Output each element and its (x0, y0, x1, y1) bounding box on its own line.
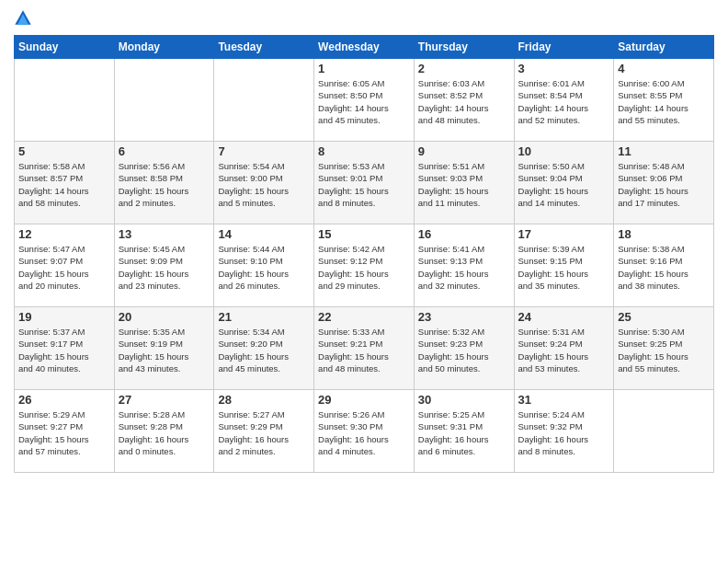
day-number: 31 (518, 393, 610, 407)
day-number: 22 (318, 310, 410, 324)
day-number: 18 (618, 227, 710, 241)
calendar-cell: 4Sunrise: 6:00 AM Sunset: 8:55 PM Daylig… (614, 59, 714, 142)
day-number: 14 (218, 227, 310, 241)
calendar-cell: 11Sunrise: 5:48 AM Sunset: 9:06 PM Dayli… (614, 142, 714, 224)
day-info: Sunrise: 5:45 AM Sunset: 9:09 PM Dayligh… (119, 243, 210, 292)
day-info: Sunrise: 5:47 AM Sunset: 9:07 PM Dayligh… (18, 243, 110, 292)
day-number: 27 (119, 393, 210, 407)
calendar-cell: 29Sunrise: 5:26 AM Sunset: 9:30 PM Dayli… (314, 390, 415, 473)
calendar-cell: 18Sunrise: 5:38 AM Sunset: 9:16 PM Dayli… (614, 224, 714, 307)
day-number: 28 (218, 393, 310, 407)
calendar-cell: 10Sunrise: 5:50 AM Sunset: 9:04 PM Dayli… (514, 142, 614, 224)
calendar-cell: 21Sunrise: 5:34 AM Sunset: 9:20 PM Dayli… (214, 307, 314, 390)
calendar-cell: 12Sunrise: 5:47 AM Sunset: 9:07 PM Dayli… (15, 224, 115, 307)
calendar-cell: 25Sunrise: 5:30 AM Sunset: 9:25 PM Dayli… (614, 307, 714, 390)
calendar-cell: 22Sunrise: 5:33 AM Sunset: 9:21 PM Dayli… (314, 307, 415, 390)
weekday-header: Saturday (614, 36, 714, 59)
calendar-cell: 9Sunrise: 5:51 AM Sunset: 9:03 PM Daylig… (414, 142, 514, 224)
calendar-cell: 26Sunrise: 5:29 AM Sunset: 9:27 PM Dayli… (15, 390, 115, 473)
calendar-cell: 23Sunrise: 5:32 AM Sunset: 9:23 PM Dayli… (414, 307, 514, 390)
calendar-table: SundayMondayTuesdayWednesdayThursdayFrid… (14, 35, 714, 473)
day-info: Sunrise: 5:32 AM Sunset: 9:23 PM Dayligh… (418, 326, 510, 374)
calendar-cell: 7Sunrise: 5:54 AM Sunset: 9:00 PM Daylig… (214, 142, 314, 224)
day-number: 29 (318, 393, 410, 407)
day-number: 7 (218, 144, 310, 158)
day-info: Sunrise: 5:44 AM Sunset: 9:10 PM Dayligh… (218, 243, 310, 292)
day-number: 12 (18, 227, 110, 241)
calendar-cell (614, 390, 714, 473)
calendar-cell: 1Sunrise: 6:05 AM Sunset: 8:50 PM Daylig… (314, 59, 415, 142)
weekday-header: Friday (514, 36, 614, 59)
header-row: SundayMondayTuesdayWednesdayThursdayFrid… (15, 36, 714, 59)
calendar-cell: 24Sunrise: 5:31 AM Sunset: 9:24 PM Dayli… (514, 307, 614, 390)
calendar-week-row: 12Sunrise: 5:47 AM Sunset: 9:07 PM Dayli… (15, 224, 714, 307)
day-info: Sunrise: 5:34 AM Sunset: 9:20 PM Dayligh… (218, 326, 310, 374)
calendar-week-row: 5Sunrise: 5:58 AM Sunset: 8:57 PM Daylig… (15, 142, 714, 224)
weekday-header: Thursday (414, 36, 514, 59)
day-info: Sunrise: 5:50 AM Sunset: 9:04 PM Dayligh… (518, 160, 610, 209)
calendar-week-row: 1Sunrise: 6:05 AM Sunset: 8:50 PM Daylig… (15, 59, 714, 142)
day-info: Sunrise: 5:24 AM Sunset: 9:32 PM Dayligh… (518, 408, 610, 457)
day-info: Sunrise: 6:00 AM Sunset: 8:55 PM Dayligh… (618, 77, 710, 126)
day-number: 8 (318, 144, 410, 158)
calendar-cell: 13Sunrise: 5:45 AM Sunset: 9:09 PM Dayli… (114, 224, 214, 307)
day-number: 10 (518, 144, 610, 158)
day-info: Sunrise: 5:41 AM Sunset: 9:13 PM Dayligh… (418, 243, 510, 292)
calendar-week-row: 26Sunrise: 5:29 AM Sunset: 9:27 PM Dayli… (15, 390, 714, 473)
day-number: 30 (418, 393, 510, 407)
calendar-cell: 16Sunrise: 5:41 AM Sunset: 9:13 PM Dayli… (414, 224, 514, 307)
day-info: Sunrise: 5:33 AM Sunset: 9:21 PM Dayligh… (318, 326, 410, 374)
calendar-cell: 5Sunrise: 5:58 AM Sunset: 8:57 PM Daylig… (15, 142, 115, 224)
day-number: 23 (418, 310, 510, 324)
day-info: Sunrise: 5:28 AM Sunset: 9:28 PM Dayligh… (119, 408, 210, 457)
day-info: Sunrise: 5:56 AM Sunset: 8:58 PM Dayligh… (119, 160, 210, 209)
day-number: 21 (218, 310, 310, 324)
day-info: Sunrise: 6:05 AM Sunset: 8:50 PM Dayligh… (318, 77, 410, 126)
day-number: 19 (18, 310, 110, 324)
day-info: Sunrise: 5:25 AM Sunset: 9:31 PM Dayligh… (418, 408, 510, 457)
calendar-cell: 3Sunrise: 6:01 AM Sunset: 8:54 PM Daylig… (514, 59, 614, 142)
calendar-header: SundayMondayTuesdayWednesdayThursdayFrid… (15, 36, 714, 59)
day-number: 13 (119, 227, 210, 241)
day-info: Sunrise: 6:03 AM Sunset: 8:52 PM Dayligh… (418, 77, 510, 126)
weekday-header: Monday (114, 36, 214, 59)
day-info: Sunrise: 5:31 AM Sunset: 9:24 PM Dayligh… (518, 326, 610, 374)
day-number: 9 (418, 144, 510, 158)
calendar-cell (15, 59, 115, 142)
day-number: 20 (119, 310, 210, 324)
weekday-header: Tuesday (214, 36, 314, 59)
calendar-cell: 31Sunrise: 5:24 AM Sunset: 9:32 PM Dayli… (514, 390, 614, 473)
calendar-cell: 30Sunrise: 5:25 AM Sunset: 9:31 PM Dayli… (414, 390, 514, 473)
weekday-header: Sunday (15, 36, 115, 59)
calendar-cell: 6Sunrise: 5:56 AM Sunset: 8:58 PM Daylig… (114, 142, 214, 224)
day-info: Sunrise: 5:39 AM Sunset: 9:15 PM Dayligh… (518, 243, 610, 292)
day-number: 26 (18, 393, 110, 407)
calendar-cell: 28Sunrise: 5:27 AM Sunset: 9:29 PM Dayli… (214, 390, 314, 473)
day-info: Sunrise: 5:37 AM Sunset: 9:17 PM Dayligh… (18, 326, 110, 374)
calendar-cell: 27Sunrise: 5:28 AM Sunset: 9:28 PM Dayli… (114, 390, 214, 473)
day-info: Sunrise: 5:51 AM Sunset: 9:03 PM Dayligh… (418, 160, 510, 209)
day-info: Sunrise: 5:35 AM Sunset: 9:19 PM Dayligh… (119, 326, 210, 374)
calendar-cell: 19Sunrise: 5:37 AM Sunset: 9:17 PM Dayli… (15, 307, 115, 390)
day-info: Sunrise: 5:30 AM Sunset: 9:25 PM Dayligh… (618, 326, 710, 374)
logo-icon (14, 9, 32, 28)
calendar-cell: 14Sunrise: 5:44 AM Sunset: 9:10 PM Dayli… (214, 224, 314, 307)
day-number: 15 (318, 227, 410, 241)
calendar-cell: 2Sunrise: 6:03 AM Sunset: 8:52 PM Daylig… (414, 59, 514, 142)
calendar-cell: 8Sunrise: 5:53 AM Sunset: 9:01 PM Daylig… (314, 142, 415, 224)
day-info: Sunrise: 5:58 AM Sunset: 8:57 PM Dayligh… (18, 160, 110, 209)
calendar-cell: 17Sunrise: 5:39 AM Sunset: 9:15 PM Dayli… (514, 224, 614, 307)
day-number: 6 (119, 144, 210, 158)
day-info: Sunrise: 5:53 AM Sunset: 9:01 PM Dayligh… (318, 160, 410, 209)
calendar-cell (214, 59, 314, 142)
day-number: 17 (518, 227, 610, 241)
calendar-cell: 15Sunrise: 5:42 AM Sunset: 9:12 PM Dayli… (314, 224, 415, 307)
day-info: Sunrise: 5:42 AM Sunset: 9:12 PM Dayligh… (318, 243, 410, 292)
day-number: 25 (618, 310, 710, 324)
page-header (14, 9, 714, 28)
calendar-body: 1Sunrise: 6:05 AM Sunset: 8:50 PM Daylig… (15, 59, 714, 473)
calendar-week-row: 19Sunrise: 5:37 AM Sunset: 9:17 PM Dayli… (15, 307, 714, 390)
calendar-cell (114, 59, 214, 142)
day-number: 24 (518, 310, 610, 324)
day-info: Sunrise: 5:48 AM Sunset: 9:06 PM Dayligh… (618, 160, 710, 209)
